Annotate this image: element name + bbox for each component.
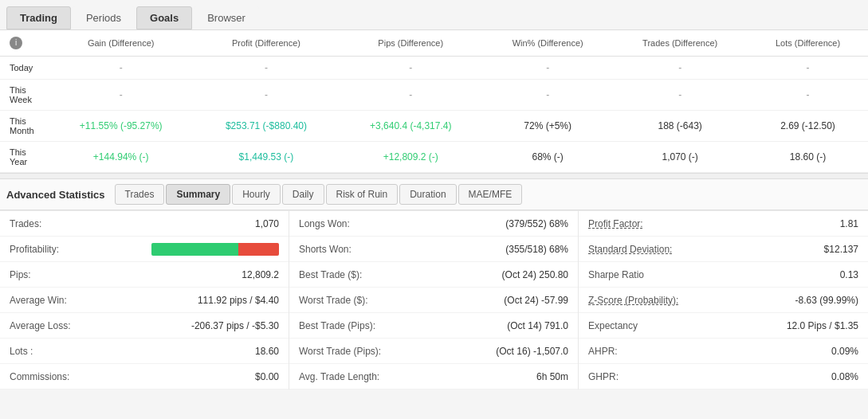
thismonth-profit: $253.71 (-$880.40) xyxy=(194,111,338,142)
today-trades: - xyxy=(612,57,748,80)
avg-trade-length-label: Avg. Trade Length: xyxy=(299,371,379,382)
period-today: Today xyxy=(0,57,48,80)
table-row: This Week - - - - - - xyxy=(0,80,868,111)
stat-sharpe-ratio: Sharpe Ratio 0.13 xyxy=(579,262,868,288)
stat-expectancy: Expectancy 12.0 Pips / $1.35 xyxy=(579,313,868,339)
ghpr-label: GHPR: xyxy=(588,371,619,382)
zscore-value: -8.63 (99.99%) xyxy=(795,295,858,306)
stat-profitability: Profitability: xyxy=(0,237,289,262)
top-navigation: Trading Periods Goals Browser xyxy=(0,0,868,30)
worst-trade-dollar-label: Worst Trade ($): xyxy=(299,295,367,306)
worst-trade-pips-value: (Oct 16) -1,507.0 xyxy=(496,346,568,357)
period-thismonth: This Month xyxy=(0,111,48,142)
table-row: This Year +144.94% (-) $1,449.53 (-) +12… xyxy=(0,142,868,173)
thisyear-gain: +144.94% (-) xyxy=(48,142,194,173)
std-deviation-label[interactable]: Standard Deviation: xyxy=(588,244,672,255)
ghpr-value: 0.08% xyxy=(831,371,858,382)
avg-loss-value: -206.37 pips / -$5.30 xyxy=(191,320,279,331)
tab-periods[interactable]: Periods xyxy=(73,6,135,29)
stat-longs-won: Longs Won: (379/552) 68% xyxy=(289,211,578,237)
advanced-statistics-title: Advanced Statistics xyxy=(6,189,105,201)
stat-shorts-won: Shorts Won: (355/518) 68% xyxy=(289,237,578,262)
tab-risk-of-ruin[interactable]: Risk of Ruin xyxy=(326,184,399,205)
thisweek-gain: - xyxy=(48,80,194,111)
shorts-won-label: Shorts Won: xyxy=(299,244,352,255)
thisweek-profit: - xyxy=(194,80,338,111)
worst-trade-dollar-value: (Oct 24) -57.99 xyxy=(504,295,568,306)
stat-zscore: Z-Score (Probability): -8.63 (99.99%) xyxy=(579,288,868,313)
profit-factor-label[interactable]: Profit Factor: xyxy=(588,218,643,229)
stat-commissions: Commissions: $0.00 xyxy=(0,364,289,390)
profit-factor-value: 1.81 xyxy=(840,218,858,229)
pips-label: Pips: xyxy=(10,269,31,280)
table-row: Today - - - - - - xyxy=(0,57,868,80)
profit-header: Profit (Difference) xyxy=(194,30,338,57)
best-trade-dollar-value: (Oct 24) 250.80 xyxy=(502,269,568,280)
today-profit: - xyxy=(194,57,338,80)
stats-col-1: Trades: 1,070 Profitability: Pips: 12,80… xyxy=(0,211,289,390)
stats-grid: Trades: 1,070 Profitability: Pips: 12,80… xyxy=(0,210,868,390)
advanced-tabs: Trades Summary Hourly Daily Risk of Ruin… xyxy=(115,184,523,205)
stat-avg-trade-length: Avg. Trade Length: 6h 50m xyxy=(289,364,578,390)
periods-table: i Gain (Difference) Profit (Difference) … xyxy=(0,30,868,173)
thisweek-trades: - xyxy=(612,80,748,111)
trades-header: Trades (Difference) xyxy=(612,30,748,57)
ahpr-value: 0.09% xyxy=(831,346,858,357)
longs-won-value: (379/552) 68% xyxy=(505,218,568,229)
longs-won-label: Longs Won: xyxy=(299,218,350,229)
lots-value: 18.60 xyxy=(255,346,279,357)
stat-best-trade-dollar: Best Trade ($): (Oct 24) 250.80 xyxy=(289,262,578,288)
thisweek-pips: - xyxy=(338,80,483,111)
tab-browser[interactable]: Browser xyxy=(194,6,259,29)
thisweek-lots: - xyxy=(748,80,868,111)
tab-daily[interactable]: Daily xyxy=(282,184,324,205)
lots-header: Lots (Difference) xyxy=(748,30,868,57)
tab-trades[interactable]: Trades xyxy=(115,184,165,205)
tab-hourly[interactable]: Hourly xyxy=(232,184,281,205)
stats-col-2: Longs Won: (379/552) 68% Shorts Won: (35… xyxy=(289,211,579,390)
zscore-label[interactable]: Z-Score (Probability): xyxy=(588,295,678,306)
tab-summary[interactable]: Summary xyxy=(166,184,230,205)
stats-col-3: Profit Factor: 1.81 Standard Deviation: … xyxy=(579,211,868,390)
stat-avg-win: Average Win: 111.92 pips / $4.40 xyxy=(0,288,289,313)
thismonth-trades: 188 (-643) xyxy=(612,111,748,142)
thismonth-lots: 2.69 (-12.50) xyxy=(748,111,868,142)
tab-mae-mfe[interactable]: MAE/MFE xyxy=(458,184,523,205)
profit-red-segment xyxy=(238,243,279,256)
lots-label: Lots : xyxy=(10,346,33,357)
today-win: - xyxy=(483,57,612,80)
today-lots: - xyxy=(748,57,868,80)
gain-header: Gain (Difference) xyxy=(48,30,194,57)
ahpr-label: AHPR: xyxy=(588,346,618,357)
profitability-bar xyxy=(151,243,279,256)
win-header: Win% (Difference) xyxy=(483,30,612,57)
tab-trading[interactable]: Trading xyxy=(6,6,71,29)
period-thisyear: This Year xyxy=(0,142,48,173)
avg-win-label: Average Win: xyxy=(10,295,67,306)
thisyear-trades: 1,070 (-) xyxy=(612,142,748,173)
stat-worst-trade-pips: Worst Trade (Pips): (Oct 16) -1,507.0 xyxy=(289,339,578,364)
today-pips: - xyxy=(338,57,483,80)
stat-lots: Lots : 18.60 xyxy=(0,339,289,364)
pips-header: Pips (Difference) xyxy=(338,30,483,57)
info-icon[interactable]: i xyxy=(10,37,22,49)
tab-goals[interactable]: Goals xyxy=(136,6,192,29)
stat-pips: Pips: 12,809.2 xyxy=(0,262,289,288)
thisyear-profit: $1,449.53 (-) xyxy=(194,142,338,173)
thismonth-gain: +11.55% (-95.27%) xyxy=(48,111,194,142)
thisyear-win: 68% (-) xyxy=(483,142,612,173)
stat-best-trade-pips: Best Trade (Pips): (Oct 14) 791.0 xyxy=(289,313,578,339)
today-gain: - xyxy=(48,57,194,80)
table-row: This Month +11.55% (-95.27%) $253.71 (-$… xyxy=(0,111,868,142)
stat-profit-factor: Profit Factor: 1.81 xyxy=(579,211,868,237)
info-col-header: i xyxy=(0,30,48,57)
thisweek-win: - xyxy=(483,80,612,111)
tab-duration[interactable]: Duration xyxy=(399,184,456,205)
commissions-label: Commissions: xyxy=(10,371,69,382)
avg-loss-label: Average Loss: xyxy=(10,320,71,331)
shorts-won-value: (355/518) 68% xyxy=(505,244,568,255)
stat-trades: Trades: 1,070 xyxy=(0,211,289,237)
trades-label: Trades: xyxy=(10,218,41,229)
stat-avg-loss: Average Loss: -206.37 pips / -$5.30 xyxy=(0,313,289,339)
best-trade-pips-value: (Oct 14) 791.0 xyxy=(507,320,568,331)
